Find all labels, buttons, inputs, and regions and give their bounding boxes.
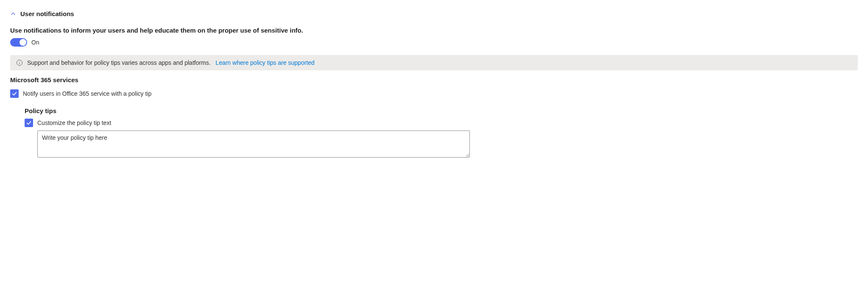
info-icon xyxy=(16,59,23,66)
policy-tips-section: Policy tips Customize the policy tip tex… xyxy=(25,107,858,158)
customize-tip-label: Customize the policy tip text xyxy=(37,119,111,126)
info-banner-link[interactable]: Learn where policy tips are supported xyxy=(215,59,314,66)
customize-tip-checkbox[interactable] xyxy=(25,119,33,127)
section-description: Use notifications to inform your users a… xyxy=(10,27,858,34)
notify-users-checkbox-row: Notify users in Office 365 service with … xyxy=(10,89,858,98)
notify-users-checkbox[interactable] xyxy=(10,89,19,98)
chevron-up-icon xyxy=(10,11,16,17)
info-banner-text: Support and behavior for policy tips var… xyxy=(27,59,315,66)
section-header-user-notifications[interactable]: User notifications xyxy=(10,10,858,17)
notifications-toggle-row: On xyxy=(10,38,858,47)
customize-tip-checkbox-row: Customize the policy tip text xyxy=(25,119,858,127)
notifications-toggle[interactable] xyxy=(10,38,27,47)
notify-users-label: Notify users in Office 365 service with … xyxy=(23,90,151,97)
m365-services-title: Microsoft 365 services xyxy=(10,76,858,83)
svg-point-1 xyxy=(19,61,20,61)
toggle-thumb xyxy=(20,39,26,46)
policy-tips-title: Policy tips xyxy=(25,107,858,114)
policy-tip-textarea[interactable] xyxy=(37,130,470,158)
notifications-toggle-label: On xyxy=(31,39,39,46)
section-title: User notifications xyxy=(20,10,74,17)
info-banner: Support and behavior for policy tips var… xyxy=(10,55,858,70)
info-banner-message: Support and behavior for policy tips var… xyxy=(27,59,211,66)
